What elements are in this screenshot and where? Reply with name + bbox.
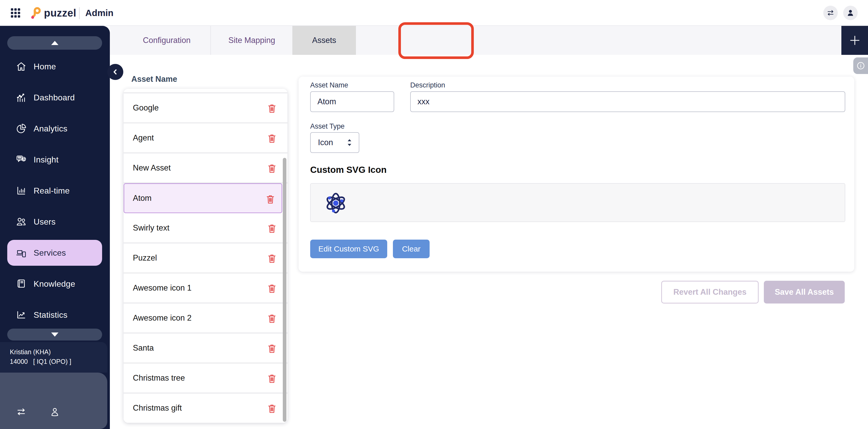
asset-name-label: Puzzel bbox=[133, 253, 157, 263]
page-title: Admin bbox=[85, 8, 114, 18]
tab-label: Site Mapping bbox=[228, 36, 275, 45]
delete-trash-icon[interactable] bbox=[267, 403, 277, 414]
asset-type-value: Icon bbox=[318, 138, 333, 147]
user-avatar-icon bbox=[846, 8, 855, 18]
asset-list: Google Agent bbox=[124, 93, 287, 423]
home-icon bbox=[16, 61, 27, 72]
delete-trash-icon[interactable] bbox=[265, 194, 276, 205]
users-icon bbox=[16, 216, 27, 227]
delete-trash-icon[interactable] bbox=[267, 133, 277, 144]
app-launcher-grid-icon[interactable] bbox=[9, 7, 22, 19]
chevron-left-icon bbox=[111, 67, 120, 76]
delete-trash-icon[interactable] bbox=[267, 253, 277, 264]
asset-row[interactable]: Swirly text bbox=[124, 213, 287, 243]
delete-trash-icon[interactable] bbox=[267, 313, 277, 324]
user-detail: 14000 [ IQ1 (OPO) ] bbox=[10, 358, 107, 365]
sidebar-footer bbox=[0, 373, 107, 429]
sidebar-collapse-button[interactable] bbox=[107, 64, 123, 80]
info-button[interactable] bbox=[853, 57, 868, 74]
atom-icon bbox=[323, 191, 348, 215]
chevron-up-icon bbox=[51, 41, 58, 45]
asset-row[interactable]: Google bbox=[124, 93, 287, 123]
list-scrollbar-thumb[interactable] bbox=[283, 158, 286, 422]
sidebar-item-users[interactable]: Users bbox=[0, 206, 110, 237]
revert-all-changes-button[interactable]: Revert All Changes bbox=[661, 281, 759, 304]
sidebar-item-services[interactable]: Services bbox=[7, 240, 102, 266]
asset-name-input[interactable] bbox=[310, 91, 394, 112]
sidebar-item-home[interactable]: Home bbox=[0, 51, 110, 82]
tab-label: Assets bbox=[312, 36, 336, 45]
asset-name-label: Christmas gift bbox=[133, 403, 182, 413]
dashboard-icon bbox=[16, 92, 27, 103]
user-info-panel: Kristian (KHA) 14000 [ IQ1 (OPO) ] bbox=[0, 342, 107, 373]
asset-row[interactable]: Awesome icon 1 bbox=[124, 273, 287, 303]
book-icon bbox=[16, 278, 27, 289]
sidebar-item-label: Home bbox=[34, 62, 56, 72]
add-asset-button[interactable] bbox=[841, 26, 868, 55]
asset-name-label: Asset Name bbox=[310, 81, 348, 89]
delete-trash-icon[interactable] bbox=[267, 223, 277, 234]
sidebar-item-label: Real-time bbox=[34, 186, 70, 196]
tab-assets[interactable]: Assets bbox=[292, 26, 356, 55]
asset-detail-panel: Asset Name Description Asset Type Icon C… bbox=[299, 77, 854, 272]
sidebar-item-label: Analytics bbox=[34, 124, 67, 134]
clear-button[interactable]: Clear bbox=[393, 239, 430, 258]
asset-row[interactable]: New Asset bbox=[124, 153, 287, 183]
person-icon[interactable] bbox=[49, 406, 61, 418]
sidebar-item-insight[interactable]: Insight bbox=[0, 144, 110, 175]
delete-trash-icon[interactable] bbox=[267, 283, 277, 294]
sidebar-item-label: Insight bbox=[34, 155, 58, 165]
asset-row[interactable]: Christmas tree bbox=[124, 363, 287, 393]
sidebar-item-label: Users bbox=[34, 217, 56, 227]
realtime-chart-icon bbox=[16, 185, 27, 196]
sidebar-item-analytics[interactable]: Analytics bbox=[0, 113, 110, 144]
puzzel-logo: puzzel bbox=[31, 3, 76, 23]
switch-account-button[interactable] bbox=[823, 6, 838, 20]
tab-configuration[interactable]: Configuration bbox=[123, 26, 210, 55]
asset-row[interactable]: Puzzel bbox=[124, 243, 287, 273]
description-label: Description bbox=[410, 81, 445, 89]
asset-name-label: Christmas tree bbox=[133, 373, 185, 383]
red-highlight-annotation bbox=[398, 22, 474, 59]
asset-row[interactable]: Christmas gift bbox=[124, 393, 287, 423]
sidebar-scroll-down-button[interactable] bbox=[7, 328, 102, 341]
select-updown-icon bbox=[346, 137, 353, 148]
asset-row[interactable]: Santa bbox=[124, 333, 287, 363]
asset-name-label: New Asset bbox=[133, 163, 170, 173]
top-bar: puzzel Admin bbox=[0, 0, 868, 26]
delete-trash-icon[interactable] bbox=[267, 163, 277, 174]
transfer-arrows-icon[interactable] bbox=[16, 406, 27, 418]
admin-app: puzzel Admin bbox=[0, 0, 868, 429]
header-divider bbox=[79, 7, 80, 19]
sidebar-item-dashboard[interactable]: Dashboard bbox=[0, 82, 110, 113]
asset-type-label: Asset Type bbox=[310, 122, 345, 131]
info-icon bbox=[856, 61, 866, 70]
sidebar-item-knowledge[interactable]: Knowledge bbox=[0, 268, 110, 299]
plus-icon bbox=[848, 34, 862, 47]
tab-bar: Configuration Site Mapping Assets bbox=[110, 26, 868, 55]
edit-custom-svg-button[interactable]: Edit Custom SVG bbox=[310, 239, 387, 258]
asset-row[interactable]: Awesome icon 2 bbox=[124, 303, 287, 333]
tab-site-mapping[interactable]: Site Mapping bbox=[211, 26, 292, 55]
asset-row[interactable]: Agent bbox=[124, 123, 287, 153]
asset-type-select[interactable]: Icon bbox=[310, 132, 359, 153]
asset-name-label: Agent bbox=[133, 133, 154, 143]
asset-name-label: Santa bbox=[133, 343, 154, 353]
sidebar-item-real-time[interactable]: Real-time bbox=[0, 175, 110, 206]
sidebar-item-statistics[interactable]: Statistics bbox=[0, 299, 110, 331]
profile-button[interactable] bbox=[843, 6, 858, 20]
save-all-assets-button[interactable]: Save All Assets bbox=[764, 281, 845, 304]
asset-row[interactable]: Atom bbox=[124, 183, 282, 213]
asset-name-label: Swirly text bbox=[133, 223, 169, 233]
sidebar-collapse-up-button[interactable] bbox=[7, 36, 102, 50]
user-name: Kristian (KHA) bbox=[10, 348, 107, 356]
sidebar-item-label: Services bbox=[34, 248, 66, 258]
pie-chart-icon bbox=[16, 123, 27, 134]
feedback-chat-icon bbox=[16, 154, 27, 165]
delete-trash-icon[interactable] bbox=[267, 373, 277, 384]
delete-trash-icon[interactable] bbox=[267, 343, 277, 354]
custom-svg-preview bbox=[310, 183, 845, 222]
chevron-down-icon bbox=[51, 333, 58, 337]
delete-trash-icon[interactable] bbox=[267, 103, 277, 114]
description-input[interactable] bbox=[410, 91, 845, 112]
